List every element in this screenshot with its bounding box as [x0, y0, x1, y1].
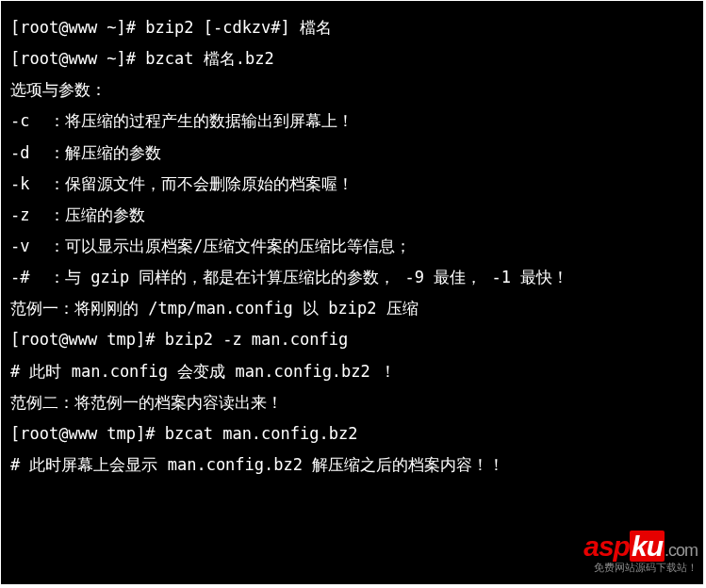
watermark-text-ku: ku [630, 531, 665, 562]
terminal-line: [root@www ~]# bzcat 檔名.bz2 [10, 43, 694, 74]
terminal-line: 范例一：将刚刚的 /tmp/man.config 以 bzip2 压缩 [10, 293, 694, 324]
terminal-line: 选项与参数： [10, 74, 694, 106]
terminal-window: [root@www ~]# bzip2 [-cdkzv#] 檔名 [root@w… [1, 1, 703, 584]
watermark-subtitle: 免费网站源码下载站！ [583, 563, 698, 573]
terminal-line: 范例二：将范例一的档案内容读出来！ [10, 387, 694, 418]
terminal-line: [root@www ~]# bzip2 [-cdkzv#] 檔名 [10, 12, 694, 43]
terminal-line: -# ：与 gzip 同样的，都是在计算压缩比的参数， -9 最佳， -1 最快… [10, 262, 694, 293]
terminal-line: [root@www tmp]# bzip2 -z man.config [10, 324, 694, 355]
terminal-line: # 此时 man.config 会变成 man.config.bz2 ！ [10, 356, 694, 387]
watermark: aspku.com 免费网站源码下载站！ [583, 532, 698, 573]
terminal-line: # 此时屏幕上会显示 man.config.bz2 解压缩之后的档案内容！！ [10, 449, 694, 481]
terminal-line: -k ：保留源文件，而不会删除原始的档案喔！ [10, 169, 694, 200]
terminal-line: [root@www tmp]# bzcat man.config.bz2 [10, 418, 694, 449]
terminal-line: -v ：可以显示出原档案/压缩文件案的压缩比等信息； [10, 231, 694, 262]
watermark-text-com: com [668, 541, 698, 560]
watermark-logo: aspku.com [583, 532, 698, 561]
terminal-line: -d ：解压缩的参数 [10, 138, 694, 169]
terminal-line: -z ：压缩的参数 [10, 200, 694, 231]
watermark-text-asp: asp [583, 531, 630, 562]
terminal-line: -c ：将压缩的过程产生的数据输出到屏幕上！ [10, 106, 694, 137]
